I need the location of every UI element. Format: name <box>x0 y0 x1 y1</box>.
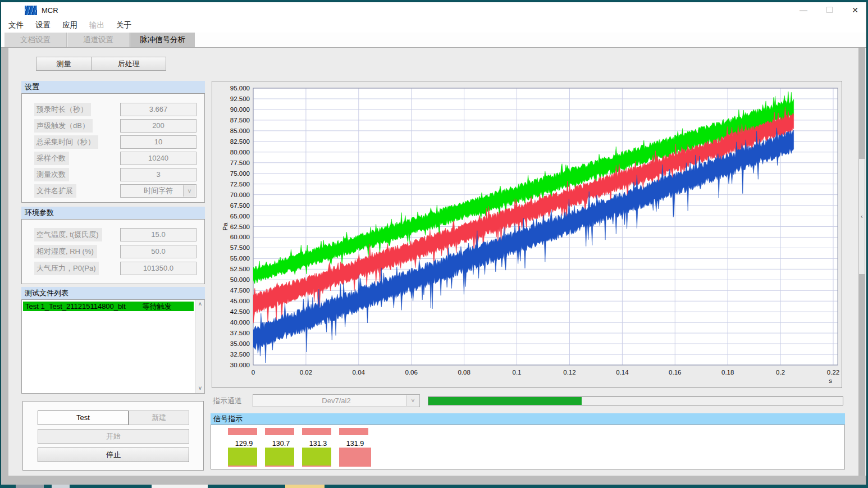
svg-text:0.22: 0.22 <box>827 369 839 376</box>
splitter-collapse-handle[interactable]: ‹ <box>859 159 865 274</box>
tab-document-settings: 文档设置 <box>4 33 67 47</box>
svg-text:47.500: 47.500 <box>230 287 250 294</box>
close-button[interactable]: ✕ <box>846 3 865 17</box>
trigger-level-field[interactable]: 200 <box>120 119 197 133</box>
progress-fill <box>428 397 582 405</box>
chart-panel: 95.00092.50090.00087.50085.00082.50080.0… <box>212 81 842 388</box>
selected-option: 时间字符 <box>144 186 173 195</box>
selected-channel: Dev7/ai2 <box>322 396 350 405</box>
relative-humidity-field[interactable]: 50.0 <box>120 245 197 258</box>
svg-text:0.16: 0.16 <box>669 369 681 376</box>
svg-text:80.000: 80.000 <box>230 149 250 156</box>
signal-level-block <box>265 448 294 467</box>
svg-text:0.18: 0.18 <box>721 369 734 376</box>
file-name: Test 1_Test_211215114800_blt <box>25 302 126 311</box>
svg-text:77.500: 77.500 <box>230 159 250 166</box>
maximize-button[interactable] <box>820 3 839 17</box>
signal-value: 131.3 <box>302 440 334 448</box>
test-name-button[interactable]: Test <box>38 411 129 425</box>
start-button: 开始 <box>38 429 189 444</box>
close-icon: ✕ <box>852 6 858 15</box>
svg-text:s: s <box>829 377 832 384</box>
signal-top-bar <box>228 428 257 435</box>
stop-button[interactable]: 停止 <box>38 448 189 462</box>
chevron-down-icon[interactable]: ˅ <box>406 395 419 406</box>
svg-text:0.02: 0.02 <box>300 369 312 376</box>
svg-text:92.500: 92.500 <box>230 95 250 102</box>
right-splitter-track[interactable]: ‹ <box>858 48 865 476</box>
measure-count-field[interactable]: 3 <box>120 168 197 181</box>
svg-text:42.500: 42.500 <box>230 308 250 315</box>
tab-channel-settings: 通道设置 <box>67 33 130 47</box>
total-time-field[interactable]: 10 <box>120 135 197 149</box>
menu-item-application[interactable]: 应用 <box>62 20 77 30</box>
collapse-left-icon: ‹ <box>861 213 862 220</box>
scroll-up-icon[interactable]: ˄ <box>195 300 205 309</box>
svg-text:65.000: 65.000 <box>230 213 250 220</box>
menu-item-settings[interactable]: 设置 <box>35 20 51 30</box>
svg-text:70.000: 70.000 <box>230 191 250 198</box>
signal-channel-4: 131.9 <box>339 425 371 470</box>
file-list-header: 测试文件列表 <box>21 287 205 299</box>
svg-text:75.000: 75.000 <box>230 170 250 177</box>
signal-channel-2: 130.7 <box>265 425 297 470</box>
signal-value: 129.9 <box>228 440 260 448</box>
environment-row: 空气温度, t(摄氏度) 15.0 <box>34 228 197 241</box>
signal-top-bar <box>302 428 331 435</box>
file-list-scrollbar[interactable]: ˄ ˅ <box>195 300 204 393</box>
taskbar-fragment <box>152 484 208 488</box>
left-border-strip <box>1 48 8 485</box>
main-panel: ‹ 测量 后处理 设置 预录时长（秒） 3.667 声级触发（dB） 200 总… <box>1 47 866 484</box>
status-badge: 等待触发 <box>142 302 171 311</box>
svg-text:62.500: 62.500 <box>230 224 250 230</box>
signal-indication-panel: 129.9 130.7 131.3 131.9 <box>211 425 845 469</box>
desktop: MCR — ✕ 文件 设置 应用 输出 关于 文档设置 通道设置 脉冲信号分析 … <box>0 0 868 488</box>
subtab-measure[interactable]: 测量 <box>36 57 92 71</box>
svg-text:0.12: 0.12 <box>563 369 575 376</box>
sample-count-field[interactable]: 10240 <box>120 152 197 165</box>
signal-channel-3: 131.3 <box>302 425 334 470</box>
svg-text:0.08: 0.08 <box>458 369 470 376</box>
app-window: MCR — ✕ 文件 设置 应用 输出 关于 文档设置 通道设置 脉冲信号分析 … <box>1 2 866 484</box>
field-label: 预录时长（秒） <box>34 103 91 116</box>
title-bar: MCR — ✕ <box>1 2 866 18</box>
air-temperature-field[interactable]: 15.0 <box>120 228 197 241</box>
environment-row: 相对湿度, RH (%) 50.0 <box>34 245 197 258</box>
air-pressure-field[interactable]: 101350.0 <box>120 262 197 275</box>
settings-box: 预录时长（秒） 3.667 声级触发（dB） 200 总采集时间（秒） 10 采… <box>21 93 205 203</box>
scroll-down-icon[interactable]: ˅ <box>195 384 205 393</box>
field-label: 声级触发（dB） <box>34 119 93 133</box>
menu-item-file[interactable]: 文件 <box>8 20 24 30</box>
svg-text:90.000: 90.000 <box>230 106 250 113</box>
bottom-border-strip <box>1 476 866 485</box>
window-title: MCR <box>42 6 58 15</box>
svg-text:32.500: 32.500 <box>230 351 250 358</box>
prerecord-duration-field[interactable]: 3.667 <box>120 103 197 116</box>
subtab-postprocess[interactable]: 后处理 <box>91 57 166 71</box>
menu-item-about[interactable]: 关于 <box>116 20 131 30</box>
field-label: 空气温度, t(摄氏度) <box>34 228 102 241</box>
minimize-button[interactable]: — <box>794 3 813 17</box>
chevron-down-icon[interactable]: ˅ <box>183 185 195 197</box>
list-item[interactable]: Test 1_Test_211215114800_blt 等待触发 <box>23 302 194 311</box>
signal-indication-header: 信号指示 <box>211 413 845 425</box>
svg-text:0.04: 0.04 <box>353 369 366 376</box>
tab-bar: 文档设置 通道设置 脉冲信号分析 <box>1 33 866 47</box>
signal-value: 130.7 <box>265 440 297 448</box>
indicator-channel-select[interactable]: Dev7/ai2 ˅ <box>253 394 420 407</box>
svg-text:30.000: 30.000 <box>230 362 250 368</box>
settings-row: 采样个数 10240 <box>34 152 197 165</box>
svg-text:52.500: 52.500 <box>230 266 250 272</box>
menu-item-output: 输出 <box>89 20 104 30</box>
test-file-list[interactable]: Test 1_Test_211215114800_blt 等待触发 ˄ ˅ <box>21 299 205 394</box>
settings-row: 声级触发（dB） 200 <box>34 119 197 133</box>
environment-box: 空气温度, t(摄氏度) 15.0 相对湿度, RH (%) 50.0 大气压力… <box>21 219 205 284</box>
filename-extension-select[interactable]: 时间字符˅ <box>120 184 197 198</box>
environment-header: 环境参数 <box>21 207 205 219</box>
svg-text:0.1: 0.1 <box>513 369 522 376</box>
maximize-icon <box>826 7 833 13</box>
tab-pulse-signal-analysis[interactable]: 脉冲信号分析 <box>130 33 195 47</box>
svg-text:Pa: Pa <box>222 222 229 231</box>
signal-underline <box>265 466 294 467</box>
field-label: 采样个数 <box>34 152 69 165</box>
